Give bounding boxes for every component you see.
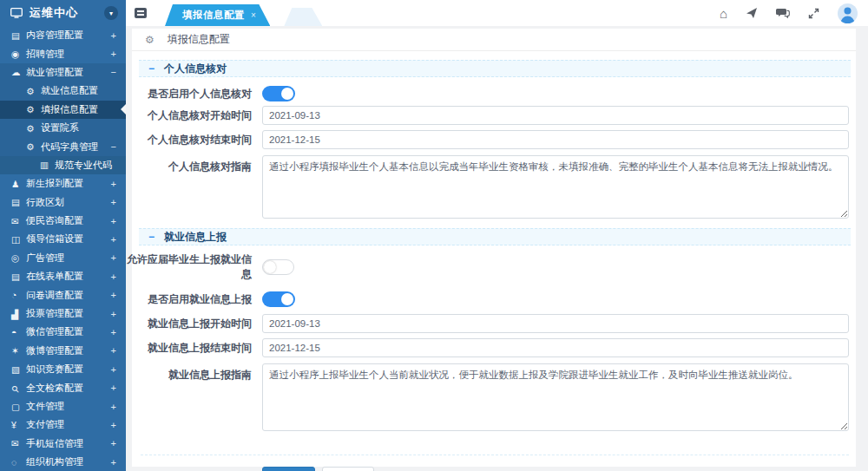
expand-plus-icon: + (111, 309, 116, 319)
collapse-minus-icon[interactable]: − (148, 231, 155, 243)
circle-icon: ◌ (11, 457, 26, 468)
gear-icon: ⚙ (26, 123, 41, 134)
only-fresh-graduates-toggle[interactable] (262, 259, 294, 275)
sidebar-item-code-dictionary[interactable]: ⚙ 代码字典管理 − (0, 137, 126, 155)
form-row: 个人信息核对开始时间 (139, 106, 851, 125)
tab-bar: 填报信息配置 × (147, 0, 720, 26)
form-row: 就业信息上报结束时间 (139, 338, 851, 357)
employment-report-guide-textarea[interactable]: 通过小程序上报毕业生个人当前就业状况，便于就业数据上报及学院跟进毕业生就业工作，… (262, 363, 849, 431)
comments-icon[interactable] (776, 8, 790, 19)
home-icon[interactable]: ⌂ (720, 7, 727, 20)
collapse-minus-icon: − (111, 67, 116, 77)
expand-plus-icon: + (111, 402, 116, 412)
sidebar-item-ad-management[interactable]: ◎ 广告管理 + (0, 249, 126, 267)
enable-personal-info-check-toggle[interactable] (262, 86, 295, 101)
sidebar-item-employment-management[interactable]: ☁ 就业管理配置 − (0, 63, 126, 82)
expand-plus-icon: + (111, 252, 116, 263)
expand-plus-icon: + (111, 30, 116, 41)
personal-check-guide-textarea[interactable]: 通过小程序填报毕业生个人基本信息以完成当年毕业生资格审核，未填报准确、完整的毕业… (262, 155, 849, 219)
user-avatar[interactable] (838, 3, 858, 23)
section-header-personal-info-check[interactable]: − 个人信息核对 (139, 60, 851, 77)
expand-plus-icon: + (111, 49, 116, 59)
wechat-icon: ◓ (11, 327, 26, 337)
sidebar-item-weibo-management[interactable]: ✶ 微博管理配置 + (0, 342, 126, 360)
tab-fill-info-config[interactable]: 填报信息配置 × (165, 4, 270, 26)
envelope-icon: ✉ (11, 216, 26, 226)
document-icon: ▤ (11, 197, 26, 207)
document-icon: ▧ (11, 364, 26, 375)
expand-plus-icon: + (111, 457, 116, 468)
sidebar-item-leader-mailbox[interactable]: ◫ 领导信箱设置 + (0, 230, 126, 248)
sidebar-item-questionnaire[interactable]: ◔ 问卷调查配置 + (0, 285, 126, 304)
form-icon: ▤ (11, 271, 26, 282)
form-row: 只允许应届毕业生上报就业信息 (139, 252, 851, 282)
content-icon: ▤ (11, 30, 26, 41)
sidebar-item-content-management[interactable]: ▤ 内容管理配置 + (0, 26, 126, 44)
target-icon: ◎ (11, 252, 26, 263)
gear-icon: ⚙ (26, 141, 41, 152)
personal-check-end-date-input[interactable] (262, 130, 849, 149)
yen-icon: ¥ (11, 420, 26, 430)
sidebar: 运维中心 ▾ ▤ 内容管理配置 + ◉ 招聘管理 + ☁ 就业管理配置 − ⚙ … (0, 0, 126, 471)
sidebar-item-fulltext-search[interactable]: ⚲ 全文检索配置 + (0, 378, 126, 396)
sidebar-item-file-management[interactable]: ▢ 文件管理 + (0, 397, 126, 415)
app-title: 运维中心 (30, 5, 104, 21)
sidebar-item-freshman-registration[interactable]: ♟ 新生报到配置 + (0, 174, 126, 193)
chevron-down-icon: ▾ (109, 10, 113, 17)
expand-plus-icon: + (111, 364, 116, 375)
sidebar-item-online-form[interactable]: ▤ 在线表单配置 + (0, 267, 126, 285)
sidebar-item-wechat-management[interactable]: ◓ 微信管理配置 + (0, 323, 126, 341)
enable-employment-report-toggle[interactable] (262, 291, 295, 307)
sidebar-item-payment-management[interactable]: ¥ 支付管理 + (0, 415, 126, 434)
sidebar-item-fill-info-config[interactable]: ⚙ 填报信息配置 (0, 101, 126, 119)
sidebar-item-knowledge-contest[interactable]: ▧ 知识竞赛配置 + (0, 360, 126, 378)
personal-check-start-date-input[interactable] (262, 106, 849, 125)
clock-icon: ◔ (11, 290, 26, 300)
form-row: 个人信息核对结束时间 (139, 130, 851, 149)
expand-plus-icon: + (111, 383, 116, 393)
sidebar-item-administrative-division[interactable]: ▤ 行政区划 + (0, 193, 126, 212)
envelope-icon: ✉ (11, 438, 26, 448)
gear-icon: ⚙ (145, 34, 155, 46)
person-icon (838, 3, 858, 23)
sidebar-item-public-consultation[interactable]: ✉ 便民咨询配置 + (0, 212, 126, 230)
cloud-icon: ☁ (11, 67, 26, 77)
ghost-tab (284, 8, 322, 26)
main-panel: ⚙ 填报信息配置 − 个人信息核对 是否启用个人信息核对 个人信息核对开始时间 … (132, 29, 856, 467)
config-form: − 个人信息核对 是否启用个人信息核对 个人信息核对开始时间 个人信息核对结束时… (132, 51, 856, 471)
sidebar-item-sms-management[interactable]: ✉ 手机短信管理 + (0, 435, 126, 453)
page-title: 填报信息配置 (168, 32, 230, 47)
topbar-actions: ⌂ (720, 0, 868, 26)
menu-toggle-icon[interactable] (135, 8, 147, 18)
person-icon: ♟ (11, 179, 26, 189)
form-row: 就业信息上报指南 通过小程序上报毕业生个人当前就业状况，便于就业数据上报及学院跟… (139, 363, 851, 434)
sidebar-item-org-structure[interactable]: ◌ 组织机构管理 + (0, 453, 126, 471)
expand-plus-icon: + (111, 197, 116, 207)
employment-report-end-date-input[interactable] (262, 338, 849, 357)
weibo-icon: ✶ (11, 345, 26, 356)
sidebar-item-department-setup[interactable]: ⚙ 设置院系 (0, 119, 126, 137)
eye-icon: ◉ (11, 49, 26, 59)
expand-plus-icon: + (111, 327, 116, 337)
form-row: 就业信息上报开始时间 (139, 314, 851, 333)
sidebar-item-standard-major-code[interactable]: ▥ 规范专业代码 (0, 156, 126, 174)
sidebar-item-employment-info-config[interactable]: ⚙ 就业信息配置 (0, 82, 126, 100)
file-icon: ▢ (11, 402, 26, 412)
monitor-icon (10, 8, 23, 19)
fullscreen-icon[interactable] (808, 8, 819, 19)
sidebar-item-recruitment[interactable]: ◉ 招聘管理 + (0, 44, 126, 62)
expand-plus-icon: + (111, 345, 116, 356)
tab-close-icon[interactable]: × (251, 10, 256, 20)
sidebar-collapse-button[interactable]: ▾ (104, 6, 118, 20)
section-header-employment-report[interactable]: − 就业信息上报 (139, 228, 851, 245)
save-button[interactable]: 保存 (262, 467, 315, 471)
reset-button[interactable]: ↺ 重置 (322, 467, 374, 471)
employment-report-start-date-input[interactable] (262, 314, 849, 333)
collapse-minus-icon[interactable]: − (148, 62, 155, 75)
expand-plus-icon: + (111, 216, 116, 226)
sidebar-item-voting-management[interactable]: ▟ 投票管理配置 + (0, 304, 126, 323)
expand-plus-icon: + (111, 290, 116, 300)
paper-plane-icon[interactable] (746, 7, 758, 19)
collapse-minus-icon: − (111, 141, 116, 152)
gear-icon: ⚙ (26, 86, 41, 96)
